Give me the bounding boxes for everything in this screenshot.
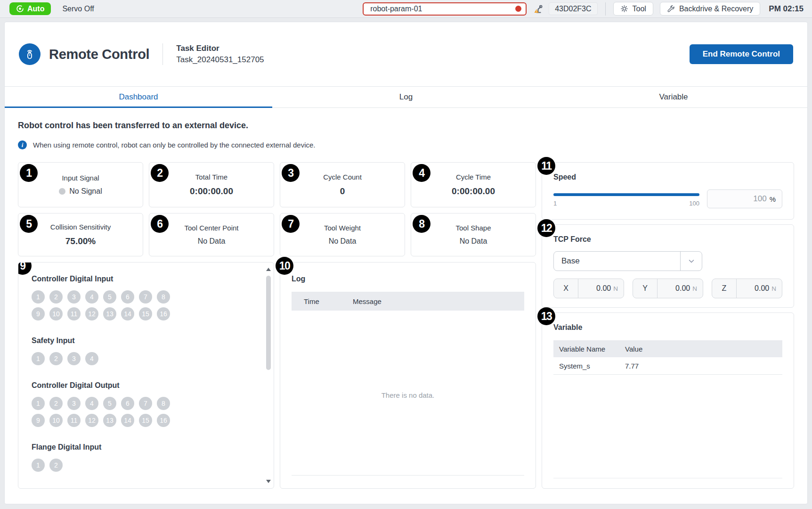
io-indicator-row: 1234 [32, 352, 260, 365]
io-indicator: 2 [49, 290, 63, 304]
variable-table-header: Variable Name Value [553, 340, 782, 357]
card-value: 75.00% [65, 236, 96, 246]
card-value: 0 [340, 186, 345, 197]
variable-panel: 13 Variable Variable Name Value System_s… [542, 312, 794, 489]
card-collision-sensitivity: 5 Collision Sensitivity 75.00% [18, 213, 143, 256]
signal-status-label: No Signal [69, 187, 102, 196]
card-tool-shape: 8 Tool Shape No Data [411, 213, 536, 256]
notice-info-row: i When using remote control, robot can o… [18, 140, 794, 149]
log-empty-text: There is no data. [292, 391, 524, 399]
io-indicator-row: 12345678 [32, 290, 260, 304]
axis-x-value-wrap: 0.00 N [578, 279, 624, 298]
io-indicator: 2 [49, 459, 63, 472]
io-indicator: 2 [49, 397, 63, 410]
annotation-badge: 7 [282, 215, 300, 233]
axis-y-value-wrap: 0.00 N [658, 279, 703, 298]
wrench-icon [667, 5, 675, 13]
io-indicator: 4 [85, 352, 98, 365]
axis-z-value: 0.00 [755, 284, 769, 293]
scrollbar-thumb[interactable] [266, 276, 271, 370]
speed-slider[interactable]: 1 100 [553, 189, 699, 207]
scroll-up-icon[interactable] [266, 268, 271, 271]
io-indicator: 1 [32, 290, 45, 304]
tcp-force-x-field[interactable]: X 0.00 N [553, 279, 624, 298]
io-indicator: 10 [49, 414, 63, 427]
backdrive-recovery-button[interactable]: Backdrive & Recovery [660, 2, 760, 16]
card-title: Input Signal [62, 174, 99, 182]
io-indicator: 13 [103, 414, 116, 427]
io-indicator: 14 [121, 307, 134, 320]
end-remote-control-button[interactable]: End Remote Control [690, 44, 793, 64]
io-indicator-row: 910111213141516 [32, 414, 260, 427]
io-section-title: Controller Digital Output [32, 381, 260, 390]
robot-arm-warning-icon [533, 3, 545, 15]
auto-mode-icon [16, 5, 24, 13]
header-divider [162, 43, 163, 65]
tcp-force-y-field[interactable]: Y 0.00 N [633, 279, 703, 298]
io-indicator: 9 [32, 414, 45, 427]
axis-y-label: Y [633, 279, 658, 298]
io-indicator-row: 12345678 [32, 397, 260, 410]
tab-log[interactable]: Log [272, 87, 540, 107]
app-header: Remote Control Task Editor Task_20240531… [5, 22, 807, 86]
tcp-force-panel: 12 TCP Force Base X 0.00 N [542, 224, 794, 308]
scroll-down-icon[interactable] [266, 480, 271, 483]
tab-dashboard[interactable]: Dashboard [5, 87, 272, 107]
backdrive-button-label: Backdrive & Recovery [679, 5, 753, 13]
speed-panel: 11 Speed 1 100 100 % [542, 162, 794, 220]
card-value: No Data [460, 237, 487, 246]
card-total-time: 2 Total Time 0:00:00.00 [149, 162, 274, 207]
speed-slider-track[interactable] [553, 193, 699, 196]
mode-auto-button[interactable]: Auto [9, 2, 51, 15]
log-table-header: Time Message [292, 292, 524, 311]
io-indicator: 16 [157, 414, 170, 427]
variable-value: 7.77 [625, 362, 639, 370]
mode-label: Auto [27, 5, 44, 13]
card-value: No Data [329, 237, 357, 246]
card-title: Total Time [195, 173, 227, 181]
tool-button[interactable]: Tool [613, 2, 653, 16]
speed-value-field[interactable]: 100 % [707, 189, 782, 208]
gear-icon [620, 5, 628, 13]
variable-panel-title: Variable [553, 323, 782, 332]
chevron-down-icon[interactable] [680, 252, 702, 271]
digital-io-panel: 9 Controller Digital Input 1234567891011… [18, 262, 274, 489]
annotation-badge: 13 [537, 307, 555, 325]
speed-value: 100 [753, 194, 766, 204]
remote-control-window: Remote Control Task Editor Task_20240531… [4, 22, 808, 504]
card-value: No Data [198, 237, 226, 246]
notice-headline: Robot control has been transferred to an… [18, 121, 794, 131]
io-indicator: 10 [49, 307, 63, 320]
robot-status-group: 43D02F3C [533, 2, 597, 15]
axis-y-value: 0.00 [675, 284, 690, 293]
card-title: Tool Center Point [184, 224, 238, 232]
io-indicator-group: 12345678910111213141516 [32, 290, 260, 320]
io-indicator: 5 [103, 397, 116, 410]
io-indicator: 5 [103, 290, 116, 304]
log-col-time: Time [304, 297, 353, 305]
io-indicator: 6 [121, 290, 134, 304]
topbar-divider [605, 2, 606, 16]
speed-min-label: 1 [553, 200, 557, 207]
axis-y-unit: N [692, 285, 697, 292]
io-scrollbar[interactable] [265, 264, 272, 486]
card-cycle-time: 4 Cycle Time 0:00:00.00 [411, 162, 536, 207]
io-indicator: 16 [157, 307, 170, 320]
tcp-force-z-field[interactable]: Z 0.00 N [712, 279, 782, 298]
annotation-badge: 4 [413, 164, 430, 182]
io-indicator: 9 [32, 307, 45, 320]
param-input[interactable] [363, 2, 527, 16]
coordinate-frame-select[interactable]: Base [553, 251, 702, 271]
top-status-bar: Auto Servo Off 43D02F3C [0, 0, 812, 18]
card-input-signal: 1 Input Signal No Signal [18, 162, 143, 207]
annotation-badge: 8 [413, 215, 430, 233]
frame-selected-value: Base [554, 256, 680, 266]
io-indicator: 12 [85, 307, 98, 320]
tab-variable[interactable]: Variable [540, 87, 807, 107]
dashboard-grid: 1 Input Signal No Signal 2 Total Time 0:… [18, 162, 794, 489]
robot-id-badge[interactable]: 43D02F3C [549, 2, 597, 15]
card-tool-center-point: 6 Tool Center Point No Data [149, 213, 274, 256]
io-section-safety-input: Safety Input 1234 [32, 337, 260, 365]
annotation-badge: 3 [282, 164, 300, 182]
io-indicator-row: 910111213141516 [32, 307, 260, 320]
